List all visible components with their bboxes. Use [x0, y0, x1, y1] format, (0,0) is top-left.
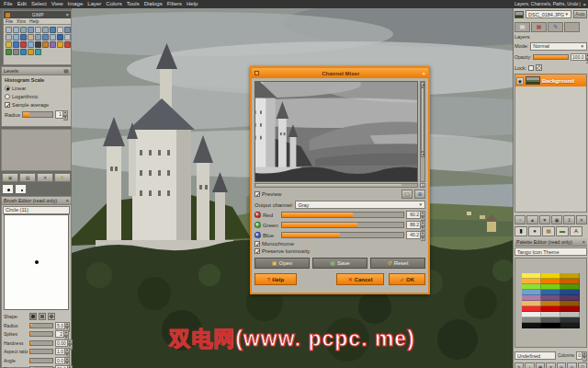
visibility-eye-icon[interactable]: ◉ [516, 77, 524, 85]
close-icon[interactable]: × [582, 238, 585, 246]
menu-item[interactable]: Tools [127, 0, 140, 8]
toolbox-titlebar[interactable]: GIMP × [4, 11, 71, 18]
tool-icon[interactable] [6, 34, 12, 40]
opacity-slider[interactable] [533, 54, 569, 60]
lock-alpha-icon[interactable] [536, 64, 542, 71]
radius-spinner[interactable]: 1 ▲▼ [55, 110, 68, 119]
layer-action-button[interactable]: ✕ [576, 215, 587, 224]
opacity-spinner[interactable]: 100.0 ▲▼ [571, 53, 587, 61]
tool-icon[interactable] [64, 34, 71, 40]
palette-swatch[interactable] [560, 323, 580, 328]
ok-button[interactable]: ✓OK [389, 273, 425, 285]
brush-slider-spinner[interactable]: 5.0 ▲▼ [55, 322, 69, 329]
logarithmic-radio[interactable] [5, 94, 10, 99]
tool-icon[interactable] [50, 34, 56, 40]
dock-tab[interactable]: ✎ [548, 22, 563, 32]
toolbox-menu-item[interactable]: Xtns [17, 18, 26, 24]
tool-icon[interactable] [6, 27, 12, 33]
monochrome-row[interactable]: Monochrome [254, 241, 425, 247]
dock-tab[interactable]: ▤ [514, 22, 530, 32]
tool-icon[interactable] [64, 27, 71, 33]
close-icon[interactable]: × [65, 197, 69, 204]
tool-icon[interactable] [42, 27, 49, 33]
tool-icon[interactable] [20, 34, 27, 40]
layer-action-button[interactable]: ↥ [563, 215, 574, 224]
grayscale-preview[interactable] [254, 81, 418, 182]
output-channel-dropdown[interactable]: Gray ▼ [295, 201, 425, 209]
tool-icon[interactable] [50, 27, 56, 33]
channel-spinner[interactable]: 60.2 ▲▼ [406, 211, 425, 219]
tool-icon[interactable] [6, 41, 12, 48]
close-icon[interactable]: × [65, 11, 69, 18]
tool-icon[interactable] [13, 27, 19, 33]
close-icon[interactable]: × [422, 70, 425, 77]
channel-spinner[interactable]: 40.2 ▲▼ [406, 231, 425, 239]
tool-icon[interactable] [42, 41, 49, 48]
color-name-field[interactable]: Undefined [514, 351, 556, 360]
logarithmic-radio-row[interactable]: Logarithmic [5, 94, 68, 99]
brush-slider-spinner[interactable]: 1.0 ▲▼ [55, 348, 69, 355]
menu-item[interactable]: Dialogs [144, 0, 163, 8]
zoom-in-button[interactable]: ⊕ [414, 190, 425, 199]
brush-slider[interactable] [29, 340, 53, 346]
linear-radio[interactable] [5, 86, 10, 91]
toolbox-menu-item[interactable]: Help [29, 18, 39, 24]
sample-average-checkbox[interactable] [5, 102, 10, 108]
layer-action-button[interactable]: ▲ [526, 215, 537, 224]
brush-slider[interactable] [29, 323, 53, 328]
tool-icon[interactable] [28, 49, 34, 55]
shape-diamond-button[interactable] [48, 313, 55, 320]
channel-slider[interactable] [281, 232, 404, 238]
brush-slider[interactable] [29, 331, 53, 337]
menu-item[interactable]: Edit [17, 0, 27, 8]
dock-button[interactable]: ▣ [2, 173, 18, 182]
asset-tab[interactable]: ▦ [542, 226, 555, 236]
zoom-fit-button[interactable]: ▢ [401, 190, 413, 199]
palette-swatch[interactable] [541, 323, 560, 328]
palette-action-button[interactable]: ✎ [514, 362, 524, 368]
tool-icon[interactable] [35, 27, 41, 33]
tool-icon[interactable] [13, 49, 19, 55]
monochrome-checkbox[interactable] [254, 241, 260, 247]
linear-radio-row[interactable]: Linear [5, 86, 68, 91]
layer-action-button[interactable]: ▣ [551, 215, 562, 224]
lock-checkbox[interactable] [528, 65, 534, 71]
brush-name-field[interactable]: Circle (11) [3, 206, 70, 214]
shape-circle-button[interactable] [29, 313, 37, 320]
layer-row-background[interactable]: ◉ Background [515, 75, 586, 86]
tool-icon[interactable] [13, 34, 19, 40]
tool-icon[interactable] [20, 27, 27, 33]
channel-slider[interactable] [281, 212, 404, 218]
tool-icon[interactable] [50, 41, 56, 48]
tool-icon[interactable] [13, 41, 19, 48]
toolbox-menu-item[interactable]: File [6, 18, 13, 24]
tool-icon[interactable] [57, 34, 63, 40]
tool-icon[interactable] [28, 34, 34, 40]
tool-icon[interactable] [35, 41, 41, 48]
menu-item[interactable]: File [4, 0, 13, 8]
asset-tab[interactable]: ● [528, 226, 541, 236]
levels-header[interactable]: Levels ▤ [2, 67, 71, 75]
save-button[interactable]: ▤Save [312, 258, 368, 269]
dock-button[interactable]: ▤ [19, 173, 36, 182]
tool-icon[interactable] [57, 27, 63, 33]
menu-item[interactable]: Filters [167, 0, 182, 8]
tool-icon[interactable] [20, 49, 27, 55]
shape-square-button[interactable] [39, 313, 46, 320]
tool-icon[interactable] [28, 41, 34, 48]
channel-spinner[interactable]: 88.2 ▲▼ [406, 221, 425, 229]
menu-item[interactable]: Colors [106, 0, 121, 8]
preserve-luminosity-checkbox[interactable] [254, 248, 260, 254]
palette-action-button[interactable]: ▫ [525, 362, 534, 368]
palette-action-button[interactable]: ⊕ [557, 362, 566, 368]
menu-item[interactable]: View [51, 0, 63, 8]
sample-average-row[interactable]: Sample average [5, 102, 68, 108]
palette-action-button[interactable]: ⊡ [578, 362, 587, 368]
dialog-titlebar[interactable]: Channel Mixer × [252, 68, 428, 78]
help-button[interactable]: ?Help [254, 273, 297, 285]
panel-menu-icon[interactable]: ▤ [63, 67, 69, 75]
tool-icon[interactable] [64, 41, 71, 48]
preview-checkbox[interactable] [254, 191, 260, 197]
asset-tab[interactable]: ▬ [556, 226, 569, 236]
brush-editor-header[interactable]: Brush Editor (read only) × [2, 197, 71, 205]
